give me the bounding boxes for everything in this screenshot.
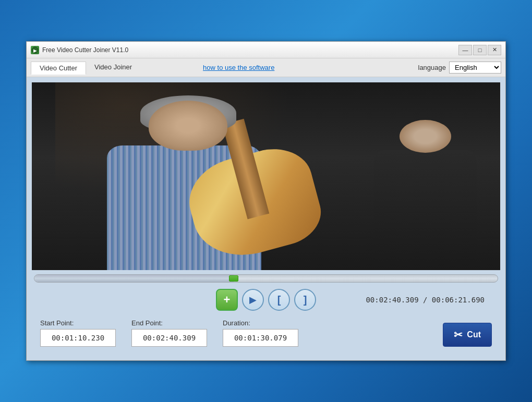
window-controls: — □ ✕ bbox=[458, 45, 501, 55]
bg-person-body bbox=[374, 150, 477, 270]
progress-fill bbox=[34, 275, 234, 282]
mark-in-button[interactable]: [ bbox=[268, 289, 290, 311]
duration-group: Duration: bbox=[223, 319, 298, 347]
start-point-label: Start Point: bbox=[40, 319, 116, 327]
end-point-label: End Point: bbox=[131, 319, 207, 327]
start-point-group: Start Point: bbox=[40, 319, 116, 347]
maximize-button[interactable]: □ bbox=[473, 45, 487, 55]
mark-out-icon: ] bbox=[304, 294, 307, 306]
progress-handle[interactable] bbox=[229, 275, 238, 282]
main-window: ▶ Free Video Cutter Joiner V11.0 — □ ✕ V… bbox=[26, 41, 506, 361]
time-display: 00:02:40.309 / 00:06:21.690 bbox=[366, 296, 485, 304]
end-point-input[interactable] bbox=[131, 329, 207, 347]
language-select[interactable]: English Chinese Spanish French German bbox=[449, 62, 501, 74]
content-area: + ▶ [ ] 00:02:40.309 / 00:06:21.690 Star… bbox=[27, 77, 505, 360]
duration-label: Duration: bbox=[223, 319, 298, 327]
start-point-input[interactable] bbox=[40, 329, 116, 347]
bg-person-head bbox=[400, 120, 451, 153]
progress-bar[interactable] bbox=[34, 274, 498, 283]
close-button[interactable]: ✕ bbox=[488, 45, 501, 55]
play-icon: ▶ bbox=[249, 294, 257, 306]
mark-in-icon: [ bbox=[277, 294, 281, 306]
mark-out-button[interactable]: ] bbox=[294, 289, 316, 311]
person-head bbox=[149, 101, 227, 151]
duration-input[interactable] bbox=[223, 329, 298, 347]
menu-bar: Video Cutter Video Joiner how to use the… bbox=[27, 58, 505, 77]
person-main bbox=[79, 92, 360, 270]
svg-text:▶: ▶ bbox=[33, 48, 37, 53]
language-section: language English Chinese Spanish French … bbox=[418, 62, 502, 74]
person-bg bbox=[374, 120, 477, 270]
end-point-group: End Point: bbox=[131, 319, 207, 347]
cut-button[interactable]: ✂ Cut bbox=[443, 323, 492, 347]
language-label: language bbox=[418, 64, 446, 71]
video-container bbox=[32, 82, 500, 270]
add-file-button[interactable]: + bbox=[216, 289, 238, 311]
progress-section bbox=[32, 274, 500, 283]
tab-video-cutter[interactable]: Video Cutter bbox=[31, 62, 86, 75]
howto-link[interactable]: how to use the software bbox=[203, 64, 418, 71]
minimize-button[interactable]: — bbox=[458, 45, 472, 55]
controls-row: + ▶ [ ] 00:02:40.309 / 00:06:21.690 bbox=[32, 283, 500, 315]
scissors-icon: ✂ bbox=[454, 328, 463, 341]
window-title: Free Video Cutter Joiner V11.0 bbox=[42, 46, 458, 54]
play-button[interactable]: ▶ bbox=[242, 289, 264, 311]
app-icon: ▶ bbox=[31, 46, 39, 54]
cut-label: Cut bbox=[467, 330, 481, 339]
tab-video-joiner[interactable]: Video Joiner bbox=[86, 61, 140, 74]
bottom-section: Start Point: End Point: Duration: ✂ Cut bbox=[32, 315, 500, 355]
title-bar: ▶ Free Video Cutter Joiner V11.0 — □ ✕ bbox=[27, 42, 505, 58]
plus-icon: + bbox=[224, 293, 231, 307]
video-scene bbox=[32, 82, 500, 270]
video-frame[interactable] bbox=[32, 82, 500, 270]
